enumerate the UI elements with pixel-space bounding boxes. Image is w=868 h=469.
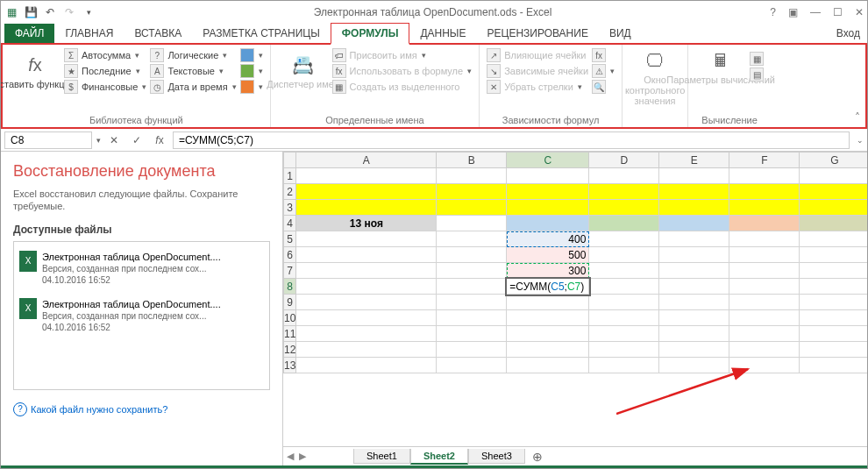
autosum-button[interactable]: ΣАвтосумма▾ [64, 48, 146, 62]
row-header[interactable]: 1 [284, 168, 296, 184]
work-area: Восстановление документа Excel восстанов… [1, 152, 867, 465]
group-label: Библиотека функций [10, 113, 263, 125]
evaluate-icon: 🔍 [592, 80, 606, 94]
qat-customize-icon[interactable]: ▾ [82, 5, 96, 19]
tag-icon: 🏷 [332, 48, 346, 62]
tab-home[interactable]: ГЛАВНАЯ [54, 24, 124, 43]
evaluate-formula-button: 🔍 [592, 80, 615, 94]
ribbon-options-icon[interactable]: ▣ [788, 6, 798, 18]
datetime-button[interactable]: ◷Дата и время▾ [150, 80, 236, 94]
grid[interactable]: A B C D E F G 1 2 3 413 ноя 5400 6500 73… [283, 152, 867, 446]
col-header-d[interactable]: D [589, 153, 659, 168]
col-header-b[interactable]: B [437, 153, 507, 168]
dependents-icon: ↘ [487, 64, 501, 78]
expand-formula-bar-icon[interactable]: ⌄ [857, 136, 864, 145]
col-header-g[interactable]: G [800, 153, 867, 168]
logical-button[interactable]: ?Логические▾ [150, 48, 236, 62]
row-header[interactable]: 2 [284, 184, 296, 200]
minimize-icon[interactable]: — [810, 6, 821, 18]
quick-access-toolbar: ▦ 💾 ↶ ↷ ▾ [4, 5, 96, 19]
recovery-title: Восстановление документа [13, 162, 270, 181]
sheet-tab[interactable]: Sheet1 [353, 449, 410, 464]
group-defined-names: 📇 Диспетчер имен 🏷Присвоить имя▾ fxИспол… [271, 45, 480, 127]
col-header-c[interactable]: C [507, 153, 589, 168]
cell-c8-editing[interactable]: =СУММ(C5;C7) [507, 279, 589, 295]
cancel-button[interactable]: ✕ [104, 134, 124, 146]
remove-arrows-icon: ✕ [487, 80, 501, 94]
spreadsheet-view: A B C D E F G 1 2 3 413 ноя 5400 6500 73… [283, 152, 867, 465]
financial-button[interactable]: $Финансовые▾ [64, 80, 146, 94]
fx-icon: fx [23, 53, 47, 77]
lookup-button[interactable]: ▾ [240, 48, 263, 62]
tab-review[interactable]: РЕЦЕНЗИРОВАНИЕ [477, 24, 599, 43]
row-header[interactable]: 11 [284, 326, 296, 342]
group-label: Зависимости формул [487, 113, 615, 125]
row-header[interactable]: 9 [284, 295, 296, 310]
help-icon[interactable]: ? [770, 6, 776, 18]
save-icon[interactable]: 💾 [24, 5, 38, 19]
redo-icon[interactable]: ↷ [62, 5, 76, 19]
math-icon [240, 64, 254, 78]
row-header[interactable]: 6 [284, 247, 296, 263]
trace-dependents-button: ↘Зависимые ячейки [487, 64, 588, 78]
sheet-tab[interactable]: Sheet2 [410, 449, 468, 465]
recovery-file-item[interactable]: X Электронная таблица OpenDocument.... В… [18, 295, 266, 342]
cell-c6[interactable]: 500 [507, 247, 589, 263]
math-button[interactable]: ▾ [240, 64, 263, 78]
recovery-help-link[interactable]: Какой файл нужно сохранить? [13, 402, 270, 416]
calc-sheet-icon: ▤ [750, 68, 764, 82]
cell-c5[interactable]: 400 [507, 231, 589, 247]
col-header-e[interactable]: E [659, 153, 729, 168]
sign-in[interactable]: Вход [829, 24, 867, 43]
tab-data[interactable]: ДАННЫЕ [409, 24, 476, 43]
fx-button[interactable]: fx [150, 134, 169, 146]
text-button[interactable]: AТекстовые▾ [150, 64, 236, 78]
status-bar: ВВОД − + 100% [1, 465, 867, 469]
row-header[interactable]: 4 [284, 216, 296, 231]
financial-icon: $ [64, 80, 78, 94]
window-controls: ? ▣ — ☐ ✕ [770, 6, 864, 18]
chevron-down-icon: ▾ [259, 51, 263, 60]
error-checking-button: ⚠▾ [592, 64, 615, 78]
row-header[interactable]: 12 [284, 342, 296, 358]
row-header[interactable]: 5 [284, 231, 296, 247]
tab-page-layout[interactable]: РАЗМЕТКА СТРАНИЦЫ [192, 24, 331, 43]
cell-c7[interactable]: 300 [507, 263, 589, 279]
row-header[interactable]: 7 [284, 263, 296, 279]
row-header[interactable]: 13 [284, 358, 296, 373]
watch-icon: 🖵 [643, 48, 667, 73]
sheet-tab[interactable]: Sheet3 [468, 449, 525, 464]
new-sheet-button[interactable]: ⊕ [525, 450, 550, 464]
col-header-f[interactable]: F [729, 153, 800, 168]
recent-button[interactable]: ★Последние▾ [64, 64, 146, 78]
enter-button[interactable]: ✓ [127, 134, 146, 146]
tab-file[interactable]: ФАЙЛ [4, 24, 54, 43]
close-icon[interactable]: ✕ [855, 6, 864, 18]
formula-input[interactable]: =СУММ(C5;C7) [173, 131, 850, 149]
collapse-ribbon-icon[interactable]: ˄ [855, 111, 860, 124]
select-all-corner[interactable] [284, 153, 296, 168]
next-sheet-icon[interactable]: ▶ [299, 451, 306, 462]
namebox-dropdown-icon[interactable]: ▾ [96, 136, 101, 145]
insert-function-button[interactable]: fx Вставить функцию [10, 53, 60, 89]
window-title: Электронная таблица OpenDocument.ods - E… [96, 6, 770, 18]
sheet-nav[interactable]: ◀▶ [287, 451, 306, 462]
cell-a4[interactable]: 13 ноя [296, 216, 437, 231]
row-header[interactable]: 8 [284, 279, 296, 295]
row-header[interactable]: 10 [284, 310, 296, 326]
col-header-a[interactable]: A [296, 153, 437, 168]
undo-icon[interactable]: ↶ [43, 5, 57, 19]
more-functions-button[interactable]: ▾ [240, 80, 263, 94]
tab-view[interactable]: ВИД [599, 24, 642, 43]
recovery-file-item[interactable]: X Электронная таблица OpenDocument.... В… [18, 247, 266, 295]
chevron-down-icon: ▾ [142, 82, 146, 91]
prev-sheet-icon[interactable]: ◀ [287, 451, 294, 462]
group-calculation: 🖩 Параметры вычислений ▦ ▤ Вычисление [688, 45, 771, 127]
row-header[interactable]: 3 [284, 200, 296, 216]
maximize-icon[interactable]: ☐ [833, 6, 843, 18]
group-label: Определенные имена [278, 113, 473, 125]
tab-formulas[interactable]: ФОРМУЛЫ [331, 23, 410, 45]
ribbon-tabs: ФАЙЛ ГЛАВНАЯ ВСТАВКА РАЗМЕТКА СТРАНИЦЫ Ф… [1, 24, 867, 45]
tab-insert[interactable]: ВСТАВКА [124, 24, 192, 43]
name-box[interactable]: C8 [4, 131, 92, 149]
